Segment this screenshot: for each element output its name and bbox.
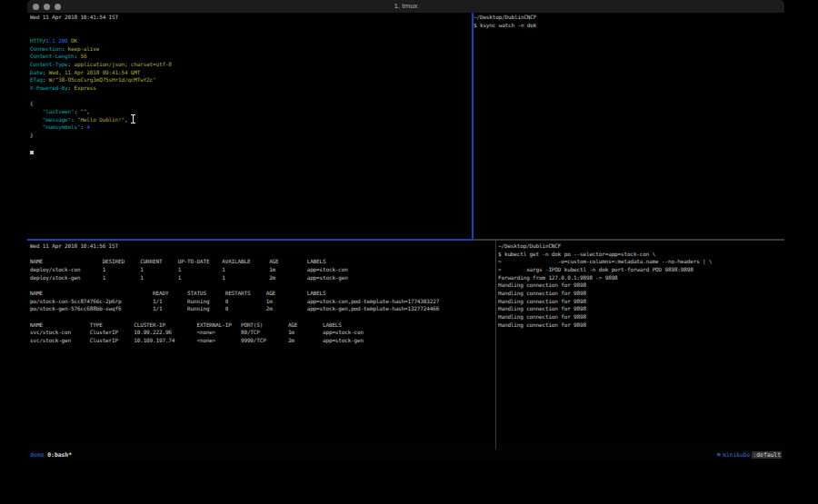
terminal-line: > -o=custom-columns=:metadata.name --no-… bbox=[498, 258, 783, 266]
kubernetes-icon: ☸ bbox=[717, 451, 721, 459]
terminal-line bbox=[30, 22, 472, 30]
terminal-line: $ ksync watch -n dok bbox=[474, 22, 782, 30]
pane-divider-horizontal-active[interactable] bbox=[27, 239, 473, 241]
terminal-line: Wed 11 Apr 2018 10:41:54 IST bbox=[30, 14, 472, 22]
window-title: 1. tmux bbox=[27, 2, 784, 10]
terminal-line: svc/stock-con ClusterIP 10.99.222.96 <no… bbox=[30, 329, 494, 337]
terminal-line: Handling connection for 9898 bbox=[498, 305, 783, 313]
terminal-line: svc/stock-gen ClusterIP 10.109.197.74 <n… bbox=[30, 337, 494, 345]
terminal-line: "message": "Hello Dublin!", bbox=[30, 116, 472, 124]
terminal-line bbox=[30, 93, 472, 101]
terminal-line bbox=[30, 282, 494, 290]
terminal-line: Handling connection for 9898 bbox=[498, 282, 783, 290]
terminal-line: Content-Length: 56 bbox=[30, 53, 472, 61]
terminal-line: Handling connection for 9898 bbox=[498, 298, 783, 306]
terminal-line: deploy/stock-gen 1 1 1 1 2m app=stock-ge… bbox=[30, 274, 494, 282]
pane-http-response[interactable]: Wed 11 Apr 2018 10:41:54 ISTHTTP/1.1 200… bbox=[30, 14, 472, 238]
mouse-cursor-ibeam bbox=[131, 114, 135, 124]
terminal-line: ~/Desktop/DublinCNCF bbox=[474, 14, 782, 22]
terminal-cursor bbox=[30, 151, 34, 154]
terminal-line: ETag: W/"38-O5coCsrg3mQ75sHr1d/qcMTwYZc" bbox=[30, 76, 472, 84]
terminal-line: Handling connection for 9898 bbox=[498, 313, 783, 321]
terminal-line: po/stock-gen-576cc688bb-swqf6 1/1 Runnin… bbox=[30, 305, 494, 313]
terminal-line: $ kubectl get -n dok po --selector=app=s… bbox=[498, 251, 783, 259]
tmux-status-bar: demo 0:bash* ☸minikube:default bbox=[27, 449, 784, 460]
status-left: demo 0:bash* bbox=[30, 451, 72, 459]
terminal-line: HTTP/1.1 200 OK bbox=[30, 37, 472, 45]
terminal-line: NAME READY STATUS RESTARTS AGE LABELS bbox=[30, 290, 494, 298]
session-name-label: demo bbox=[30, 451, 44, 459]
pane-ksync-watch[interactable]: ~/Desktop/DublinCNCF$ ksync watch -n dok bbox=[474, 14, 782, 238]
terminal-line: ~/Desktop/DublinCNCF bbox=[498, 242, 783, 251]
terminal-line: Connection: keep-alive bbox=[30, 45, 472, 54]
window-tab-bash[interactable]: 0:bash* bbox=[47, 451, 72, 459]
terminal-line: "numsymbols": 4 bbox=[30, 124, 472, 132]
pane-divider-vertical-bottom[interactable] bbox=[495, 241, 496, 449]
terminal-line: Content-Type: application/json; charset=… bbox=[30, 61, 472, 69]
terminal-line: Forwarding from 127.0.0.1:9898 -> 9898 bbox=[498, 274, 783, 282]
status-right: ☸minikube:default bbox=[717, 451, 782, 459]
terminal-line bbox=[30, 147, 472, 155]
desktop-background: 1. tmux Wed 11 Apr 2018 10:41:54 ISTHTTP… bbox=[0, 0, 818, 504]
terminal-line: deploy/stock-con 1 1 1 1 1m app=stock-co… bbox=[30, 266, 494, 274]
terminal-line: > xargs -IPOD kubectl -n dok port-forwar… bbox=[498, 266, 783, 274]
terminal-line: po/stock-con-5cc874766c-2p6rp 1/1 Runnin… bbox=[30, 298, 494, 306]
terminal-line: Wed 11 Apr 2018 10:41:56 IST bbox=[30, 242, 494, 251]
terminal-line: X-Powered-By: Express bbox=[30, 84, 472, 93]
terminal-line: Date: Wed, 11 Apr 2018 09:41:54 GMT bbox=[30, 69, 472, 77]
terminal-window: 1. tmux Wed 11 Apr 2018 10:41:54 ISTHTTP… bbox=[27, 0, 784, 460]
terminal-line: } bbox=[30, 132, 472, 140]
kube-context-label: minikube bbox=[723, 451, 751, 459]
terminal-line bbox=[30, 29, 472, 37]
kube-namespace-label: :default bbox=[752, 451, 782, 459]
terminal-line bbox=[30, 251, 494, 259]
pane-kubectl-get[interactable]: Wed 11 Apr 2018 10:41:56 ISTNAME DESIRED… bbox=[30, 242, 494, 448]
window-titlebar[interactable]: 1. tmux bbox=[27, 0, 784, 13]
terminal-line bbox=[30, 313, 494, 321]
terminal-line: Handling connection for 9898 bbox=[498, 321, 783, 330]
terminal-line: NAME DESIRED CURRENT UP-TO-DATE AVAILABL… bbox=[30, 258, 494, 266]
pane-port-forward[interactable]: ~/Desktop/DublinCNCF$ kubectl get -n dok… bbox=[498, 242, 783, 448]
pane-divider-horizontal-inactive[interactable] bbox=[473, 239, 784, 241]
terminal-line: { bbox=[30, 100, 472, 108]
terminal-line: Handling connection for 9898 bbox=[498, 290, 783, 298]
pane-divider-vertical-top[interactable] bbox=[472, 13, 474, 240]
terminal-line: NAME TYPE CLUSTER-IP EXTERNAL-IP PORT(S)… bbox=[30, 321, 494, 330]
terminal-line bbox=[30, 140, 472, 148]
terminal-line: "lastseen": "", bbox=[30, 108, 472, 116]
